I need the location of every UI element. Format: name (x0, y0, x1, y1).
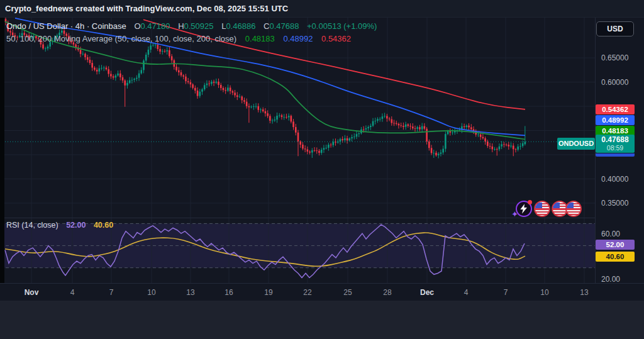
symbol-legend: Ondo / US Dollar · 4h · Coinbase O0.4718… (6, 21, 377, 31)
time-tick-label: 28 (372, 288, 402, 297)
time-tick-label: 13 (175, 288, 206, 297)
close-value: 0.47688 (269, 21, 299, 31)
time-tick-label: 22 (292, 288, 323, 297)
low-value: 0.46886 (226, 21, 255, 31)
ma100-value: 0.48992 (283, 34, 313, 43)
left-edge-mask (0, 18, 4, 283)
footer-bar: TradingView (0, 301, 644, 339)
rsi-ma-value: 40.60 (94, 221, 113, 230)
price-tick-label: 0.60000 (601, 77, 628, 87)
price-tick-label: 0.65000 (601, 53, 628, 63)
time-tick-label: 7 (491, 288, 521, 297)
us-flag-reaction-icon[interactable] (565, 201, 582, 217)
ma-title: 50, 100, 200 Moving Average (50, close, … (6, 34, 236, 43)
flag-canton (567, 203, 574, 208)
rsi-value: 52.00 (66, 221, 86, 230)
notification-dot (528, 200, 532, 204)
rsi-value-badge: 52.00 (596, 240, 635, 250)
time-tick-label: 25 (333, 288, 363, 297)
open-label: O (134, 21, 140, 31)
time-tick-label: 10 (530, 288, 560, 297)
ma-legend: 50, 100, 200 Moving Average (50, close, … (6, 34, 351, 43)
time-tick-label: 13 (569, 288, 599, 297)
price-chart-canvas (0, 18, 595, 218)
time-tick-label: 4 (57, 288, 87, 297)
last-price-badge: 0.47688 08:59 (596, 135, 635, 153)
tradingview-chart-window: Crypto_feednews created with TradingView… (0, 0, 644, 339)
flag-canton (535, 203, 542, 208)
price-tick-label: 60.00 (601, 229, 620, 239)
ma200-price-badge: 0.54362 (596, 104, 635, 114)
time-tick-label: Dec (412, 288, 442, 297)
time-tick-label: 10 (136, 288, 167, 297)
open-value: 0.47180 (141, 21, 170, 31)
ma200-value: 0.54362 (321, 34, 351, 43)
high-value: 0.50925 (184, 21, 214, 31)
pane-divider (0, 218, 595, 218)
rsi-title: RSI (14, close) (6, 221, 58, 230)
rsi-ma-value-badge: 40.60 (596, 252, 635, 262)
clipped-price-badge (596, 153, 635, 157)
price-gridlines (0, 18, 595, 218)
sparkle-icon (511, 210, 518, 218)
price-tick-label: 0.40000 (601, 174, 628, 184)
price-tick-label: 0.35000 (601, 198, 628, 208)
last-price-value: 0.47688 (596, 135, 635, 145)
currency-toggle-button[interactable]: USD (596, 21, 634, 36)
watermark-bar: Crypto_feednews created with TradingView… (0, 0, 644, 18)
watermark-text: Crypto_feednews created with TradingView… (0, 0, 644, 13)
time-tick-label: 4 (451, 288, 481, 297)
change-value: +0.00513 (+1.09%) (307, 21, 377, 31)
time-tick-label: Nov (16, 288, 47, 297)
lightning-bolt-icon (518, 203, 530, 214)
close-label: C (264, 21, 269, 31)
time-tick-label: 16 (214, 288, 244, 297)
flag-canton (553, 203, 560, 208)
ma50-value: 0.48183 (245, 34, 275, 43)
boost-lightning-icon[interactable] (516, 201, 532, 217)
price-chart-pane[interactable] (0, 18, 595, 218)
high-label: H (178, 21, 184, 31)
ma100-price-badge: 0.48992 (596, 115, 635, 125)
symbol-title: Ondo / US Dollar · 4h · Coinbase (6, 21, 126, 31)
rsi-legend: RSI (14, close) 52.00 40.60 (6, 221, 113, 230)
us-flag-reaction-icon[interactable] (534, 201, 550, 217)
time-tick-label: 7 (96, 288, 126, 297)
symbol-price-label: ONDOUSD (557, 138, 595, 150)
time-axis[interactable]: Nov4710131619222528Dec471013 (0, 283, 644, 301)
bar-countdown: 08:59 (596, 145, 635, 152)
time-tick-label: 19 (253, 288, 284, 297)
